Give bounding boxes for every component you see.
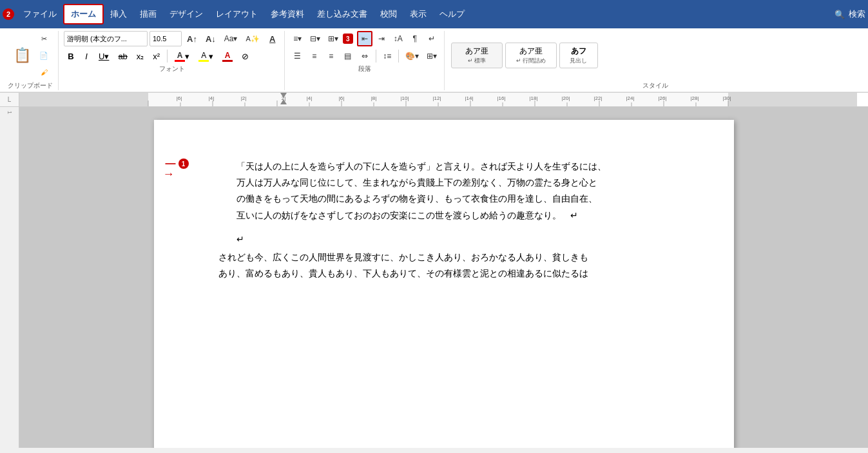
para-label: 段落 [290,64,440,73]
font-group: A↑ A↓ Aa▾ A✨ A B I U▾ ab x₂ x² A [60,31,285,90]
svg-text:|18|: |18| [529,95,537,101]
para-group: ≡▾ ⊟▾ ⊞▾ 3 ⇤ ⇥ ↕A ¶ ↵ ☰ ≡ ≡ ▤ ⇔ [286,31,445,90]
badge-2: 2 [3,8,14,20]
badge-3: 3 [343,34,353,44]
sep1 [167,50,168,63]
font-color-button[interactable]: A ▾ [171,48,193,64]
svg-text:|28|: |28| [690,95,699,101]
menu-draw[interactable]: 描画 [133,4,163,24]
annotation-arrow: → [163,168,175,181]
multilevel-button[interactable]: ⊞▾ [325,31,342,46]
justify-button[interactable]: ▤ [340,48,356,64]
change-case-button[interactable]: Aa▾ [221,31,241,46]
increase-font-button[interactable]: A↑ [184,31,200,46]
clipboard-label: クリップボード [8,81,53,90]
main-area: 5 4 3 2 1 1 2 3 4 5 6 — 1 → 「天は人の上に人を造らず… [0,107,868,448]
style-compact-text: あア亜 [519,46,543,57]
svg-text:|16|: |16| [497,95,505,101]
clear-format-button[interactable]: A [265,31,280,46]
svg-text:|4|: |4| [209,95,215,101]
menu-insert[interactable]: 挿入 [104,4,133,24]
style-compact-sub: ↵ 行間詰め [516,57,546,65]
paste-button[interactable]: 📋 [9,43,35,68]
styles-group: あア亜 ↵ 標準 あア亜 ↵ 行間詰め あフ 見出し スタイル [446,31,865,90]
para2-text: されども今、広くこの人間世界を見渡すに、かしこき人あり、おろかなる人あり、貧しき… [218,253,588,278]
show-marks-button[interactable]: ¶ [407,31,423,46]
return-button[interactable]: ↵ [424,31,439,46]
underline-button[interactable]: U▾ [95,48,113,64]
style-compact[interactable]: あア亜 ↵ 行間詰め [505,43,557,68]
eraser-button[interactable]: ⊘ [238,48,253,64]
menu-help[interactable]: ヘルプ [433,4,471,24]
svg-text:|8|: |8| [371,95,377,101]
align-right-button[interactable]: ≡ [323,48,339,64]
svg-text:|10|: |10| [400,95,409,101]
decrease-font-button[interactable]: A↓ [202,31,219,46]
doc-text: 「天は人の上に人を造らず人の下に人を造らず」と言えり。されば天より人を生ずるには… [218,159,682,282]
font-label: フォント [64,64,280,73]
svg-text:|12|: |12| [432,95,441,101]
numbering-button[interactable]: ⊟▾ [307,31,323,46]
line-spacing-button[interactable]: ↕≡ [380,48,395,64]
increase-indent-button[interactable]: ⇥ [374,31,389,46]
search-label: 検索 [849,8,865,20]
para1-text: 「天は人の上に人を造らず人の下に人を造らず」と言えり。されば天より人を生ずるには… [236,162,606,220]
svg-text:|14|: |14| [465,95,473,101]
vertical-ruler: 5 4 3 2 1 1 2 3 4 5 6 [0,107,19,448]
menu-design[interactable]: デザイン [163,4,209,24]
svg-text:|2|: |2| [241,95,247,101]
cut-button[interactable]: ✂ [36,31,52,46]
style-heading-sub: 見出し [570,57,587,65]
ruler-corner: L [0,93,19,106]
highlight-button[interactable]: A✨ [242,31,262,46]
italic-button[interactable]: I [79,48,93,64]
font-size-input[interactable] [149,31,182,46]
sort-button[interactable]: ↕A [391,31,406,46]
copy-button[interactable]: 📄 [36,48,52,63]
menu-review[interactable]: 校閲 [374,4,403,24]
svg-text:|20|: |20| [561,95,570,101]
bullets-button[interactable]: ≡▾ [290,31,305,46]
superscript-button[interactable]: x² [149,48,164,64]
menu-layout[interactable]: レイアウト [209,4,264,24]
svg-text:|4|: |4| [307,95,313,101]
style-heading-text: あフ [571,46,586,57]
menu-home[interactable]: ホーム [63,4,104,24]
menu-file[interactable]: ファイル [17,4,63,24]
svg-text:|24|: |24| [626,95,634,101]
text-direction-button[interactable]: ⇔ [357,48,372,64]
ribbon-content: 📋 ✂ 📄 🖌 クリップボード A↑ A↓ Aa▾ [0,28,868,92]
shading-button[interactable]: 🎨▾ [402,48,422,64]
borders-button[interactable]: ⊞▾ [423,48,440,64]
align-center-button[interactable]: ≡ [307,48,322,64]
menu-view[interactable]: 表示 [403,4,433,24]
doc-page: — 1 → 「天は人の上に人を造らず人の下に人を造らず」と言えり。されば天より人… [154,120,734,448]
menu-bar: 2 ファイル ホーム 挿入 描画 デザイン レイアウト 参考資料 差し込み文書 … [0,0,868,28]
subscript-button[interactable]: x₂ [133,48,148,64]
style-heading[interactable]: あフ 見出し [559,43,598,68]
align-left-button[interactable]: ☰ [290,48,305,64]
strikethrough-button[interactable]: ab [114,48,131,64]
format-painter-button[interactable]: 🖌 [36,64,52,80]
clipboard-group: 📋 ✂ 📄 🖌 クリップボード [3,31,59,90]
paragraph-1: 「天は人の上に人を造らず人の下に人を造らず」と言えり。されば天より人を生ずるには… [218,159,682,224]
svg-rect-0 [19,93,148,106]
style-standard-text: あア亜 [465,46,488,57]
menu-mailings[interactable]: 差し込み文書 [311,4,374,24]
svg-text:|6|: |6| [339,95,345,101]
sep3 [398,50,399,63]
ribbon: 2 ファイル ホーム 挿入 描画 デザイン レイアウト 参考資料 差し込み文書 … [0,0,868,93]
svg-text:|6|: |6| [177,95,182,101]
decrease-indent-button[interactable]: ⇤ [357,31,372,46]
doc-container[interactable]: — 1 → 「天は人の上に人を造らず人の下に人を造らず」と言えり。されば天より人… [19,107,868,448]
menu-references[interactable]: 参考資料 [264,4,311,24]
bold-button[interactable]: B [64,48,78,64]
text-color-button2[interactable]: A [218,48,236,64]
para-space-text: ↵ [236,235,244,244]
annotation-badge-1: 1 [178,159,189,169]
style-standard[interactable]: あア亜 ↵ 標準 [451,43,503,68]
highlight-color-button[interactable]: A ▾ [195,48,217,64]
font-name-input[interactable] [64,31,148,46]
paragraph-space: ↵ [218,231,682,242]
svg-rect-2 [728,93,857,106]
